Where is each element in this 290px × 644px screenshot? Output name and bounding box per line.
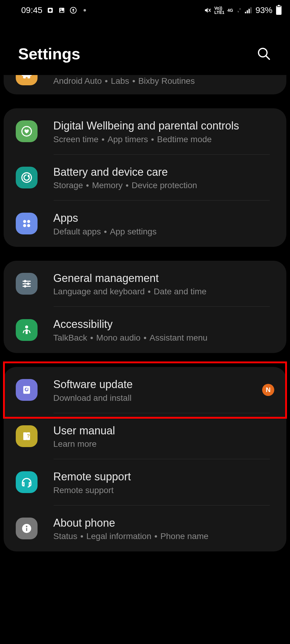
more-notifications-dot (84, 9, 86, 11)
item-title: Remote support (53, 469, 274, 484)
search-icon (257, 47, 271, 61)
svg-point-1 (49, 9, 51, 11)
settings-group: Advanced featuresAndroid Auto•Labs•Bixby… (4, 75, 286, 94)
headset-icon (16, 471, 38, 493)
item-text: AppsDefault apps•App settings (53, 211, 274, 237)
svg-point-28 (25, 325, 28, 329)
settings-group: Digital Wellbeing and parental controlsS… (4, 108, 286, 247)
update-available-icon (70, 7, 77, 14)
book-help-icon: ? (16, 425, 38, 447)
svg-point-4 (60, 9, 61, 10)
svg-point-25 (27, 283, 29, 285)
svg-line-30 (29, 330, 30, 333)
settings-item-digital-wellbeing[interactable]: Digital Wellbeing and parental controlsS… (4, 108, 286, 155)
signal-strength-icon (245, 7, 252, 14)
battery-percent: 93% (255, 5, 272, 15)
settings-item-user-manual[interactable]: ?User manualLearn more (4, 413, 286, 459)
item-subtitle: Screen time•App timers•Bedtime mode (53, 135, 274, 144)
item-title: Software update (53, 377, 262, 392)
item-text: Digital Wellbeing and parental controlsS… (53, 119, 274, 144)
item-subtitle: Storage•Memory•Device protection (53, 181, 274, 190)
item-title: User manual (53, 423, 274, 438)
status-time: 09:45 (21, 5, 42, 15)
data-type-indicator: 4G (227, 8, 233, 12)
item-title: Digital Wellbeing and parental controls (53, 119, 274, 133)
settings-item-accessibility[interactable]: AccessibilityTalkBack•Mono audio•Assista… (4, 307, 286, 353)
person-icon (16, 319, 38, 341)
settings-list: Advanced featuresAndroid Auto•Labs•Bixby… (0, 75, 290, 577)
item-text: About phoneStatus•Legal information•Phon… (53, 516, 274, 541)
grid-dots-icon (16, 213, 38, 234)
svg-rect-33 (23, 432, 27, 440)
settings-group: Software updateDownload and installN?Use… (4, 367, 286, 551)
svg-rect-9 (245, 12, 246, 13)
refresh-circle-icon (16, 167, 38, 188)
item-title: Accessibility (53, 317, 274, 332)
svg-point-18 (23, 220, 26, 223)
settings-item-software-update[interactable]: Software updateDownload and installN (4, 367, 286, 413)
item-subtitle: Learn more (53, 439, 274, 449)
svg-point-27 (24, 285, 26, 287)
svg-rect-10 (247, 10, 248, 13)
item-subtitle: Remote support (53, 485, 274, 495)
gallery-icon (58, 7, 65, 14)
mute-icon (204, 7, 211, 14)
heart-circle-icon (16, 120, 38, 142)
search-button[interactable] (256, 46, 272, 62)
data-arrows-icon (236, 7, 243, 14)
battery-icon (276, 6, 282, 15)
item-title: About phone (53, 516, 274, 531)
settings-item-general-management[interactable]: General managementLanguage and keyboard•… (4, 261, 286, 307)
item-text: Advanced featuresAndroid Auto•Labs•Bixby… (53, 75, 274, 86)
update-badge: N (262, 384, 274, 396)
page-title: Settings (18, 45, 80, 63)
item-text: Remote supportRemote support (53, 469, 274, 495)
item-subtitle: TalkBack•Mono audio•Assistant menu (53, 333, 274, 343)
svg-point-37 (26, 526, 28, 527)
svg-point-16 (22, 173, 31, 182)
volte-indicator: Vo)) LTE1 (214, 6, 224, 15)
svg-marker-6 (72, 8, 74, 12)
item-text: Battery and device careStorage•Memory•De… (53, 165, 274, 191)
item-text: AccessibilityTalkBack•Mono audio•Assista… (53, 317, 274, 343)
svg-point-23 (24, 280, 26, 283)
svg-line-14 (266, 56, 269, 59)
item-subtitle: Android Auto•Labs•Bixby Routines (53, 76, 274, 86)
status-left: 09:45 (21, 5, 86, 15)
item-text: General managementLanguage and keyboard•… (53, 271, 274, 297)
item-subtitle: Default apps•App settings (53, 227, 274, 237)
camera-square-icon (47, 7, 54, 14)
svg-text:?: ? (27, 433, 30, 439)
item-text: Software updateDownload and install (53, 377, 262, 403)
puzzle-icon (16, 75, 38, 85)
status-bar: 09:45 Vo)) LTE1 4G 93% (0, 0, 290, 21)
item-subtitle: Status•Legal information•Phone name (53, 531, 274, 541)
settings-item-advanced-features[interactable]: Advanced featuresAndroid Auto•Labs•Bixby… (4, 75, 286, 94)
item-title: General management (53, 271, 274, 286)
item-title: Apps (53, 211, 274, 226)
item-subtitle: Download and install (53, 393, 262, 403)
info-icon (16, 518, 38, 539)
svg-rect-11 (249, 9, 250, 13)
status-right: Vo)) LTE1 4G 93% (204, 5, 282, 15)
settings-item-battery-device-care[interactable]: Battery and device careStorage•Memory•De… (4, 155, 286, 201)
sliders-icon (16, 273, 38, 295)
svg-point-20 (23, 224, 26, 227)
settings-item-remote-support[interactable]: Remote supportRemote support (4, 459, 286, 505)
item-subtitle: Language and keyboard•Date and time (53, 287, 274, 296)
settings-item-apps[interactable]: AppsDefault apps•App settings (4, 201, 286, 247)
svg-rect-38 (26, 528, 27, 531)
item-text: User manualLearn more (53, 423, 274, 449)
svg-point-21 (27, 224, 30, 227)
page-header: Settings (0, 21, 290, 75)
settings-group: General managementLanguage and keyboard•… (4, 261, 286, 353)
svg-rect-12 (250, 7, 252, 13)
svg-point-19 (27, 220, 30, 223)
settings-item-about-phone[interactable]: About phoneStatus•Legal information•Phon… (4, 505, 286, 552)
update-icon (16, 379, 38, 401)
svg-line-29 (23, 330, 24, 333)
item-title: Battery and device care (53, 165, 274, 180)
svg-rect-31 (23, 386, 30, 394)
